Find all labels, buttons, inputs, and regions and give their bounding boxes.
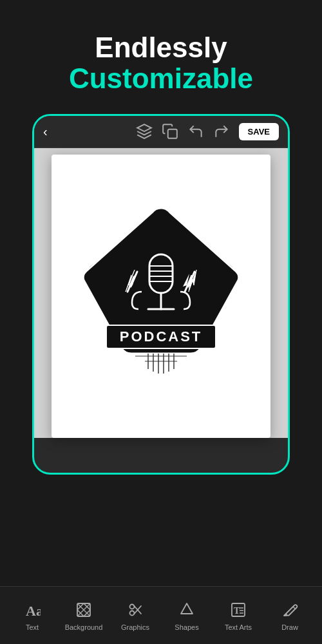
undo-icon[interactable] <box>187 123 204 140</box>
text-icon: Aa <box>23 600 42 620</box>
duplicate-icon[interactable] <box>162 123 178 140</box>
title-area: Endlessly Customizable <box>0 0 322 114</box>
nav-label-text: Text <box>26 623 39 631</box>
nav-label-draw: Draw <box>281 623 298 631</box>
shapes-icon <box>177 600 196 620</box>
editor-toolbar: ‹ <box>34 116 288 148</box>
layers-icon[interactable] <box>136 123 153 140</box>
canvas-area: PODCAST <box>34 148 288 438</box>
nav-item-background[interactable]: Background <box>64 600 103 631</box>
svg-rect-0 <box>167 129 176 138</box>
svg-text:PODCAST: PODCAST <box>120 328 203 345</box>
nav-label-shapes: Shapes <box>175 623 198 631</box>
title-line1: Endlessly <box>13 32 309 63</box>
nav-item-text[interactable]: Aa Text <box>13 600 52 631</box>
draw-icon <box>280 600 299 620</box>
back-button[interactable]: ‹ <box>43 124 48 139</box>
nav-label-background: Background <box>65 623 103 631</box>
svg-text:T: T <box>234 606 240 616</box>
nav-item-draw[interactable]: Draw <box>270 600 309 631</box>
podcast-logo: PODCAST <box>71 196 251 396</box>
redo-icon[interactable] <box>213 123 230 140</box>
nav-label-text-arts: Text Arts <box>225 623 252 631</box>
design-canvas[interactable]: PODCAST <box>52 155 270 438</box>
nav-label-graphics: Graphics <box>121 623 149 631</box>
svg-point-23 <box>130 604 135 609</box>
title-line2: Customizable <box>13 63 309 94</box>
graphics-icon <box>126 600 145 620</box>
svg-text:Aa: Aa <box>26 603 41 618</box>
nav-item-shapes[interactable]: Shapes <box>167 600 206 631</box>
background-icon <box>74 600 93 620</box>
save-button[interactable]: SAVE <box>239 123 279 140</box>
svg-line-33 <box>293 607 295 609</box>
editor-container: ‹ <box>26 114 296 644</box>
device-frame: ‹ <box>32 114 290 475</box>
text-arts-icon: T <box>229 600 248 620</box>
nav-item-text-arts[interactable]: T Text Arts <box>219 600 258 631</box>
nav-item-graphics[interactable]: Graphics <box>116 600 155 631</box>
svg-point-24 <box>130 611 135 615</box>
bottom-nav: Aa Text Background Graphics <box>0 586 322 644</box>
toolbar-icons: SAVE <box>136 123 279 140</box>
